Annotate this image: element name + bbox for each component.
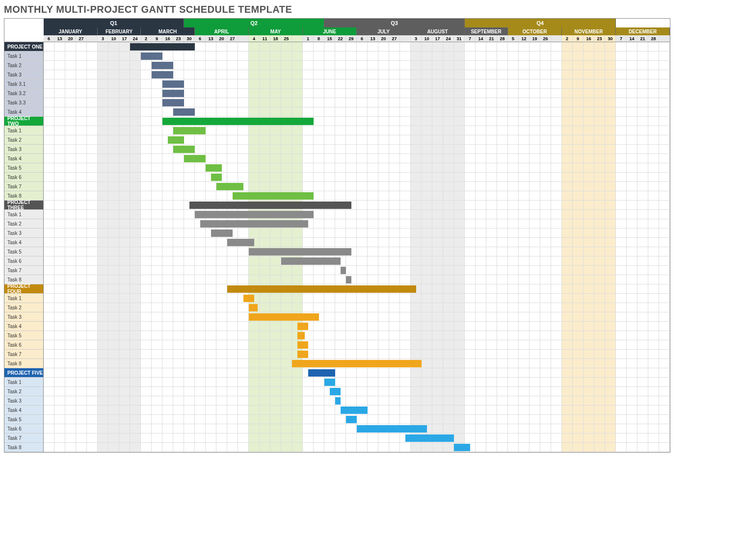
grid-cell xyxy=(324,107,335,117)
grid-cell xyxy=(486,42,497,51)
grid-cell xyxy=(659,182,670,191)
grid-cell xyxy=(411,126,422,135)
grid-cell xyxy=(152,331,162,340)
grid-cell xyxy=(605,331,616,340)
grid-cell xyxy=(594,163,605,173)
grid-cell xyxy=(432,396,443,406)
grid-cell xyxy=(260,182,270,191)
grid-cell xyxy=(368,303,378,312)
grid-cell xyxy=(519,61,530,70)
grid-cell xyxy=(54,275,65,284)
grid-cell xyxy=(184,229,195,238)
grid-cell xyxy=(573,340,584,350)
grid-cell xyxy=(562,359,573,368)
grid-cell xyxy=(454,210,465,219)
grid-cell xyxy=(216,275,227,284)
grid-cell xyxy=(65,210,76,219)
grid-cell xyxy=(162,210,173,219)
grid-cell xyxy=(357,433,368,443)
grid-cell xyxy=(141,210,152,219)
grid-cell xyxy=(422,247,432,256)
grid-cell xyxy=(422,368,432,378)
grid-cell xyxy=(637,266,648,275)
grid-cell xyxy=(184,350,195,359)
task-row: Task 1 xyxy=(4,126,670,135)
grid-cell xyxy=(324,182,335,191)
grid-cell xyxy=(368,350,378,359)
grid-cell xyxy=(627,247,637,256)
grid-cell xyxy=(584,79,594,89)
day-cell: 27 xyxy=(76,35,87,42)
grid-cell xyxy=(562,42,573,51)
grid-cell xyxy=(76,415,87,424)
gantt-bar xyxy=(227,285,416,293)
grid-cell xyxy=(270,107,281,117)
grid-cell xyxy=(270,79,281,89)
grid-cell xyxy=(119,368,130,378)
grid-cell xyxy=(627,443,637,452)
grid-cell xyxy=(573,415,584,424)
grid-cell xyxy=(519,154,530,163)
grid-cell xyxy=(573,387,584,396)
grid-cell xyxy=(98,247,108,256)
grid-cell xyxy=(486,182,497,191)
grid-cell xyxy=(357,303,368,312)
grid-cell xyxy=(162,145,173,154)
grid-cell xyxy=(454,79,465,89)
grid-cell xyxy=(637,117,648,126)
grid-cell xyxy=(476,117,486,126)
grid-cell xyxy=(260,89,270,98)
grid-cell xyxy=(486,229,497,238)
grid-cell xyxy=(76,61,87,70)
grid-cell xyxy=(206,415,216,424)
grid-cell xyxy=(411,70,422,79)
grid-cell xyxy=(648,191,659,201)
grid-cell xyxy=(184,275,195,284)
grid-cell xyxy=(357,70,368,79)
grid-cell xyxy=(594,443,605,452)
grid-cell xyxy=(87,182,98,191)
grid-cell xyxy=(519,70,530,79)
task-row: Task 5 xyxy=(4,331,670,340)
grid-cell xyxy=(508,322,519,331)
grid-cell xyxy=(108,396,119,406)
grid-cell xyxy=(281,294,292,303)
grid-cell xyxy=(54,256,65,266)
grid-cell xyxy=(152,322,162,331)
grid-cell xyxy=(314,350,324,359)
grid-cell xyxy=(216,378,227,387)
grid-cell xyxy=(605,368,616,378)
grid-cell xyxy=(346,98,357,107)
grid-cell xyxy=(324,331,335,340)
grid-cell xyxy=(238,396,249,406)
grid-cell xyxy=(659,303,670,312)
grid-cell xyxy=(540,247,551,256)
grid-cell xyxy=(44,219,54,229)
grid-cell xyxy=(540,294,551,303)
grid-cell xyxy=(497,107,508,117)
grid-cell xyxy=(368,117,378,126)
task-row: Task 2 xyxy=(4,219,670,229)
grid-cell xyxy=(195,229,206,238)
grid-cell xyxy=(454,89,465,98)
grid-cell xyxy=(422,415,432,424)
grid-cell xyxy=(648,61,659,70)
grid-cell xyxy=(584,135,594,145)
grid-cell xyxy=(584,322,594,331)
grid-cell xyxy=(400,89,411,98)
grid-cell xyxy=(508,396,519,406)
grid-cell xyxy=(206,340,216,350)
grid-cell xyxy=(465,98,476,107)
grid-cell xyxy=(65,107,76,117)
grid-cell xyxy=(551,210,562,219)
grid-cell xyxy=(422,266,432,275)
grid-cell xyxy=(605,201,616,210)
row-label: Task 6 xyxy=(4,173,44,182)
grid-cell xyxy=(584,229,594,238)
grid-cell xyxy=(335,322,346,331)
grid-cell xyxy=(130,229,141,238)
grid-cell xyxy=(216,126,227,135)
grid-cell xyxy=(76,378,87,387)
grid-cell xyxy=(281,89,292,98)
grid-cell xyxy=(238,229,249,238)
